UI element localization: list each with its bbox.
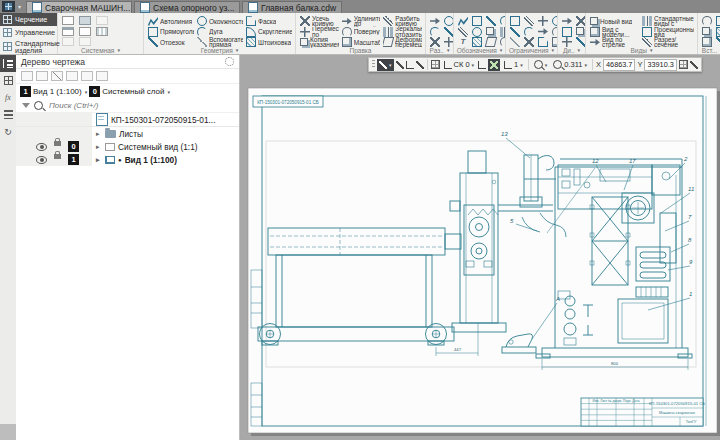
parameters-panel-button[interactable]: [0, 72, 16, 89]
panel-tool-icon[interactable]: [36, 71, 48, 81]
ribbon-mini-icon[interactable]: [576, 27, 584, 35]
ribbon-mini-icon[interactable]: [538, 16, 548, 26]
drawing-canvas[interactable]: КП-150301-072050915-01 СБ: [240, 55, 720, 440]
tool-extend[interactable]: Удлинить до ближайшего о...: [342, 16, 381, 27]
panel-tool-icon[interactable]: [81, 71, 93, 81]
snap-mode-button[interactable]: ▾: [377, 59, 394, 71]
drawing-tree-panel-button[interactable]: [0, 55, 16, 72]
ribbon-mini-icon[interactable]: [538, 27, 548, 37]
undo-icon[interactable]: [62, 37, 74, 46]
lock-icon[interactable]: [54, 141, 61, 146]
ribbon-mini-icon[interactable]: [472, 16, 482, 26]
align-snap-icon[interactable]: [416, 61, 424, 69]
coordinate-system-select[interactable]: СК 0▾: [442, 59, 477, 71]
visibility-eye-icon[interactable]: [36, 156, 47, 164]
drawing-canvas-area[interactable]: КП-150301-072050915-01 СБ: [240, 55, 720, 440]
ribbon-mini-icon[interactable]: [510, 27, 520, 37]
tool-fillet[interactable]: Скругление: [246, 27, 292, 38]
y-coordinate-value[interactable]: 33910.3: [644, 59, 676, 71]
ribbon-mini-icon[interactable]: [524, 27, 534, 37]
tool-move-by-coords[interactable]: Переместить по координатам: [300, 27, 339, 38]
tool-rotate[interactable]: Повернуть: [342, 27, 381, 38]
tree-row-view-1[interactable]: 1 ▸ ● Вид 1 (1:100): [16, 153, 239, 166]
tool-split-curve[interactable]: Разбить кривую: [383, 16, 422, 27]
variables-panel-button[interactable]: fx: [0, 89, 16, 106]
zoom-level-select[interactable]: 0.311▾: [551, 59, 589, 71]
chevron-down-icon[interactable]: ▾: [18, 3, 21, 10]
tab-document-1[interactable]: Сварочная МАШИН... ×: [26, 1, 132, 13]
ribbon-mini-icon[interactable]: [458, 27, 468, 37]
tool-arc[interactable]: Дуга: [197, 27, 243, 38]
ribbon-mini-icon[interactable]: [486, 27, 494, 35]
lock-icon[interactable]: [54, 154, 61, 159]
tool-projection-view[interactable]: Проекционный вид: [642, 27, 694, 38]
x-coordinate-value[interactable]: 46863.7: [603, 59, 635, 71]
tool-trim-curve[interactable]: Усечь кривую: [300, 16, 339, 27]
ribbon-mini-icon[interactable]: [458, 16, 468, 26]
ribbon-mini-icon[interactable]: [702, 16, 712, 26]
eyedropper-icon[interactable]: [690, 61, 698, 69]
save-icon[interactable]: [96, 27, 108, 36]
panel-tool-icon[interactable]: [21, 71, 33, 81]
current-view-select[interactable]: Вид 1 (1:100)▾: [33, 87, 87, 96]
tool-view-from-model[interactable]: Вид с модели...: [590, 27, 638, 38]
gear-icon[interactable]: [225, 57, 234, 66]
tool-mirror[interactable]: Зеркально отразить: [383, 27, 422, 38]
refresh-panel-button[interactable]: ↻: [0, 123, 16, 140]
ribbon-mini-icon[interactable]: [486, 16, 496, 26]
tab-document-3[interactable]: Главная балка.cdw: [242, 1, 342, 13]
tree-row-system-view[interactable]: 0 ▸ Системный вид (1:1): [16, 140, 239, 153]
ribbon-mini-icon[interactable]: [510, 16, 520, 26]
ribbon-mini-icon[interactable]: [562, 16, 572, 26]
local-cs-icon[interactable]: [406, 61, 414, 69]
redo-icon[interactable]: [79, 37, 91, 46]
search-input[interactable]: [47, 100, 201, 111]
workspace-tab-management[interactable]: Управление: [0, 26, 57, 39]
ribbon-mini-icon[interactable]: [576, 16, 586, 26]
active-view-select[interactable]: 1▾: [502, 59, 525, 71]
chevron-down-icon[interactable]: ▾: [236, 47, 239, 53]
tool-standard-views[interactable]: Стандартные виды с модели...: [642, 16, 694, 27]
app-menu-button[interactable]: [2, 1, 15, 12]
close-document-icon[interactable]: [96, 16, 108, 25]
panel-tool-icon[interactable]: [66, 71, 78, 81]
tab-document-2[interactable]: Схема опорного уз...: [134, 1, 240, 13]
ribbon-mini-icon[interactable]: [430, 16, 440, 26]
ribbon-mini-icon[interactable]: [716, 27, 720, 37]
tool-new-view[interactable]: Новый вид: [590, 16, 638, 27]
ribbon-mini-icon[interactable]: [716, 16, 720, 26]
workspace-tab-standard-parts[interactable]: Стандартные изделия: [0, 40, 57, 54]
grid-toggle-icon[interactable]: [431, 60, 440, 69]
drawing-sheet[interactable]: [248, 88, 717, 433]
panel-tool-icon[interactable]: [96, 71, 108, 81]
tool-chamfer[interactable]: Фаска: [246, 16, 292, 27]
expander-icon[interactable]: ▸: [96, 130, 102, 138]
visibility-eye-icon[interactable]: [36, 143, 47, 151]
ribbon-mini-icon[interactable]: [444, 27, 454, 37]
ortho-mode-button[interactable]: [488, 59, 500, 71]
open-document-icon[interactable]: [79, 16, 91, 25]
panel-tool-icon[interactable]: [51, 71, 63, 81]
zoom-tool-button[interactable]: ▾: [532, 59, 550, 71]
workspace-tab-drawing[interactable]: Черчение: [0, 13, 57, 26]
ribbon-mini-icon[interactable]: [444, 16, 454, 26]
ribbon-mini-icon[interactable]: [562, 27, 572, 37]
ribbon-mini-icon[interactable]: [702, 27, 710, 35]
layers-panel-button[interactable]: [0, 106, 16, 123]
print-icon[interactable]: [62, 27, 74, 36]
chevron-down-icon[interactable]: ▾: [117, 47, 120, 53]
new-document-icon[interactable]: [62, 16, 74, 25]
tree-row-sheets[interactable]: ▸ Листы: [16, 127, 239, 140]
tool-autoline[interactable]: Автолиния: [148, 16, 194, 27]
drag-handle[interactable]: [372, 60, 375, 69]
expander-icon[interactable]: ▸: [96, 143, 102, 151]
tool-circle[interactable]: Окружность: [197, 16, 243, 27]
display-settings-icon[interactable]: [679, 60, 688, 69]
tool-rectangle[interactable]: Прямоугольник: [148, 27, 194, 38]
ribbon-mini-icon[interactable]: [430, 27, 440, 37]
filter-icon[interactable]: [22, 103, 30, 108]
angle-snap-icon[interactable]: [396, 61, 404, 69]
panel-resize-corner[interactable]: [0, 424, 16, 440]
preview-icon[interactable]: [79, 27, 91, 36]
expander-icon[interactable]: ▸: [96, 156, 102, 164]
